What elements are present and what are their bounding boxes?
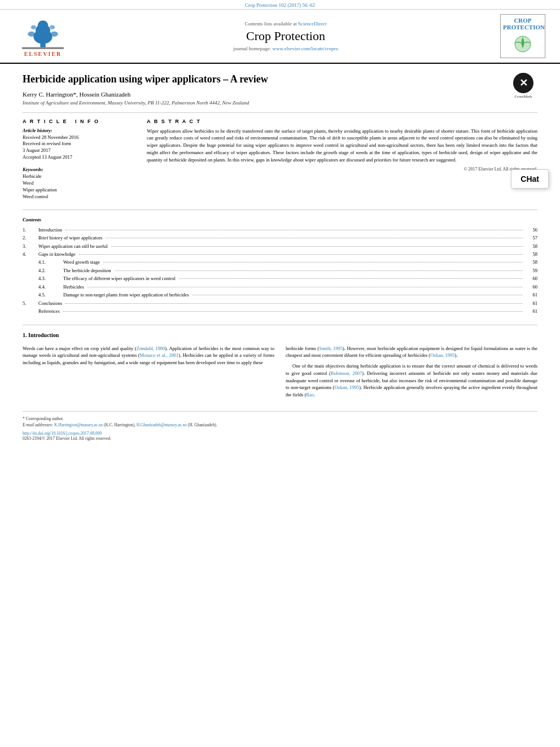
contents-num-ref bbox=[23, 307, 38, 315]
contents-table: 1. Introduction 56 2. Brief history of w… bbox=[23, 226, 537, 316]
ref-robinson[interactable]: Robinson, 2007 bbox=[331, 370, 362, 376]
contents-text-ref: References 61 bbox=[38, 307, 537, 315]
divider-2 bbox=[23, 325, 537, 325]
contents-text-5: Conclusions 61 bbox=[38, 299, 537, 307]
contents-item-2: 2. Brief history of wiper applicators 57 bbox=[23, 234, 537, 242]
contents-text-4-1: Weed growth stage 58 bbox=[63, 258, 537, 266]
journal-name: Crop Protection bbox=[77, 29, 495, 43]
contents-item-ref: References 61 bbox=[23, 307, 537, 315]
contents-num-5: 5. bbox=[23, 299, 38, 307]
elsevier-wordmark: ELSEVIER bbox=[24, 51, 62, 57]
intro-right-para2: One of the main objectives during herbic… bbox=[286, 362, 537, 399]
crossmark-icon: ✕ bbox=[519, 77, 528, 89]
crossmark-logo: ✕ CrossMark bbox=[513, 73, 533, 99]
contents-item-4-1: 4.1. Weed growth stage 58 bbox=[23, 258, 537, 266]
svg-point-6 bbox=[31, 25, 36, 29]
journal-citation: Crop Protection 102 (2017) 56–62 bbox=[0, 0, 560, 10]
svg-point-7 bbox=[50, 25, 55, 29]
contents-item-3: 3. Wiper application can still be useful… bbox=[23, 242, 537, 250]
ref-smith[interactable]: Smith, 1995 bbox=[319, 346, 343, 351]
svg-rect-8 bbox=[22, 47, 64, 49]
sciencedirect-link[interactable]: ScienceDirect bbox=[298, 21, 326, 27]
keyword-weed-control: Weed control bbox=[23, 194, 135, 200]
article-history-label: Article history: bbox=[23, 128, 135, 133]
introduction-body: Weeds can have a major effect on crop yi… bbox=[23, 345, 537, 402]
contents-item-4-3: 4.3. The efficacy of different wiper app… bbox=[23, 274, 537, 282]
ref-ozkan[interactable]: Ozkan, 1995 bbox=[430, 352, 454, 358]
copyright-footer: 0261-2194/© 2017 Elsevier Ltd. All right… bbox=[23, 436, 537, 441]
keyword-herbicide: Herbicide bbox=[23, 173, 135, 180]
chat-button[interactable]: CHat bbox=[511, 169, 549, 189]
abstract-column: A B S T R A C T Wiper applicators allow … bbox=[147, 119, 537, 200]
accepted-date: Accepted 13 August 2017 bbox=[23, 154, 135, 161]
keywords-label: Keywords: bbox=[23, 167, 135, 172]
article-authors: Kerry C. Harrington*, Hossein Ghanizadeh bbox=[23, 91, 509, 98]
homepage-link[interactable]: www.elsevier.com/locate/cropro bbox=[273, 46, 338, 51]
contents-text-4-2: The herbicide deposition 59 bbox=[63, 267, 537, 274]
contents-section: Contents 1. Introduction 56 2. Brief his… bbox=[23, 217, 537, 316]
svg-point-3 bbox=[38, 20, 48, 30]
svg-point-5 bbox=[51, 31, 58, 36]
keyword-wiper: Wiper application bbox=[23, 187, 135, 194]
abstract-copyright: © 2017 Elsevier Ltd. All rights reserved… bbox=[147, 167, 537, 172]
doi-link[interactable]: http://dx.doi.org/10.1016/j.cropro.2017.… bbox=[23, 431, 537, 436]
contents-text-2: Brief history of wiper applicators 57 bbox=[38, 234, 537, 242]
crop-logo-text: CROP PROTECTION bbox=[503, 17, 542, 30]
article-affiliation: Institute of Agriculture and Environment… bbox=[23, 100, 509, 106]
contents-text-4-5: Damage to non-target plants from wiper a… bbox=[63, 291, 537, 299]
contents-num-4-4: 4.4. bbox=[38, 283, 63, 291]
contents-num-1: 1. bbox=[23, 226, 38, 234]
homepage-line: journal homepage: www.elsevier.com/locat… bbox=[77, 46, 495, 51]
email-addresses: E-mail addresses: K.Harrington@massey.ac… bbox=[23, 422, 537, 427]
article-info-section: A R T I C L E I N F O Article history: R… bbox=[23, 112, 537, 200]
journal-title-area: Contents lists available at ScienceDirec… bbox=[77, 21, 495, 51]
contents-text-4: Gaps in knowledge 58 bbox=[38, 250, 537, 258]
contents-text-4-4: Herbicides 60 bbox=[63, 283, 537, 291]
contents-num-4-5: 4.5. bbox=[38, 291, 63, 299]
article-info-label: A R T I C L E I N F O bbox=[23, 119, 135, 124]
crossmark-circle: ✕ bbox=[513, 73, 533, 93]
title-row: Herbicide application using wiper applic… bbox=[23, 73, 537, 112]
received-revised-label: Received in revised form bbox=[23, 141, 135, 147]
contents-text-1: Introduction 56 bbox=[38, 226, 537, 234]
intro-left-para1: Weeds can have a major effect on crop yi… bbox=[23, 345, 274, 366]
contents-item-4: 4. Gaps in knowledge 58 bbox=[23, 250, 537, 258]
contents-num-4-1: 4.1. bbox=[38, 258, 63, 266]
crossmark-label: CrossMark bbox=[513, 94, 533, 99]
article-title: Herbicide application using wiper applic… bbox=[23, 73, 509, 86]
ref-zimdahl[interactable]: Zimdahl, 1980 bbox=[137, 346, 165, 351]
elsevier-logo: ELSEVIER bbox=[9, 16, 77, 57]
ref-monaco[interactable]: Monaco et al., 2001 bbox=[140, 352, 179, 358]
contents-num-4: 4. bbox=[23, 250, 38, 258]
journal-header: ELSEVIER Contents lists available at Sci… bbox=[0, 10, 560, 64]
article-info-column: A R T I C L E I N F O Article history: R… bbox=[23, 119, 135, 200]
contents-item-4-5: 4.5. Damage to non-target plants from wi… bbox=[23, 291, 537, 299]
email-ghanizadeh[interactable]: H.Ghanizadeh@massey.ac.nz bbox=[137, 422, 187, 427]
revised-date: 3 August 2017 bbox=[23, 147, 135, 154]
corresponding-author-note: * Corresponding author. bbox=[23, 416, 537, 421]
intro-right-para1: herbicide forms (Smith, 1995). However, … bbox=[286, 345, 537, 360]
introduction-left-col: Weeds can have a major effect on crop yi… bbox=[23, 345, 274, 402]
divider-1 bbox=[23, 209, 537, 210]
contents-text-3: Wiper application can still be useful 58 bbox=[38, 242, 537, 250]
contents-num-4-3: 4.3. bbox=[38, 274, 63, 282]
crop-logo: CROP PROTECTION bbox=[500, 14, 545, 58]
email-harrington[interactable]: K.Harrington@massey.ac.nz bbox=[54, 422, 103, 427]
ref-rao[interactable]: Rao, bbox=[306, 392, 315, 397]
contents-num-3: 3. bbox=[23, 242, 38, 250]
introduction-right-col: herbicide forms (Smith, 1995). However, … bbox=[286, 345, 537, 402]
abstract-label: A B S T R A C T bbox=[147, 119, 537, 124]
elsevier-logo-container: ELSEVIER bbox=[9, 16, 77, 57]
article-container: Herbicide application using wiper applic… bbox=[0, 64, 560, 450]
ref-ozkan2[interactable]: Ozkan, 1995 bbox=[334, 385, 359, 390]
introduction-section: 1. Introduction Weeds can have a major e… bbox=[23, 332, 537, 402]
contents-title: Contents bbox=[23, 217, 537, 222]
citation-text: Crop Protection 102 (2017) 56–62 bbox=[245, 2, 315, 8]
sciencedirect-line: Contents lists available at ScienceDirec… bbox=[77, 21, 495, 27]
abstract-text: Wiper applicators allow herbicides to be… bbox=[147, 128, 537, 164]
contents-num-4-2: 4.2. bbox=[38, 267, 63, 274]
contents-item-1: 1. Introduction 56 bbox=[23, 226, 537, 234]
received-date: Received 28 November 2016 bbox=[23, 134, 135, 141]
contents-item-4-4: 4.4. Herbicides 60 bbox=[23, 283, 537, 291]
title-authors-area: Herbicide application using wiper applic… bbox=[23, 73, 509, 112]
